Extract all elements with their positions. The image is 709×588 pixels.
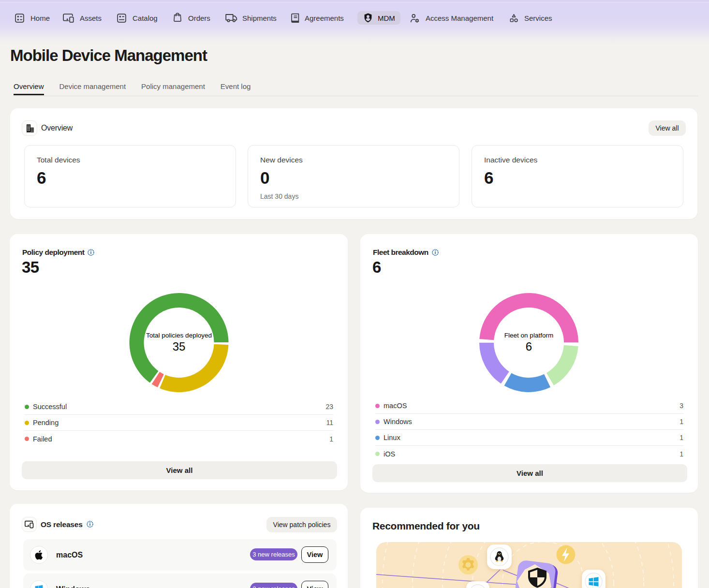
svg-text:35: 35	[173, 340, 186, 353]
svg-text:6: 6	[526, 340, 532, 353]
svg-text:Total policies deployed: Total policies deployed	[146, 332, 212, 339]
svg-text:Fleet on platform: Fleet on platform	[504, 332, 553, 339]
